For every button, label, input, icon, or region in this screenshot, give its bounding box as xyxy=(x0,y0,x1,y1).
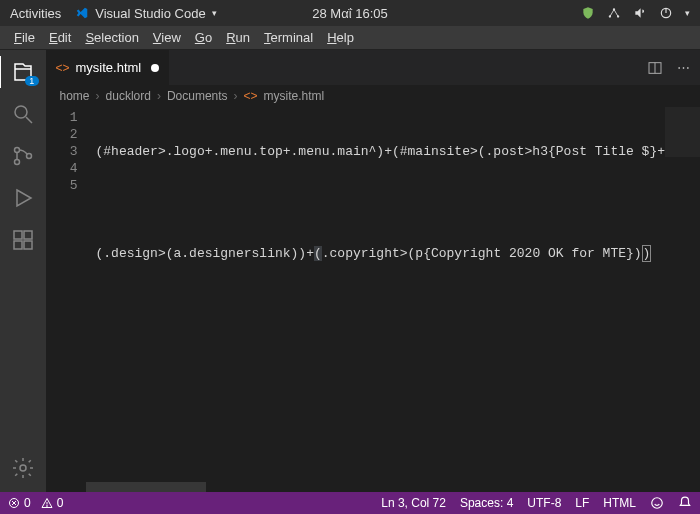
code-editor[interactable]: 1 2 3 4 5 (#header>.logo+.menu.top+.menu… xyxy=(46,107,701,492)
svg-rect-10 xyxy=(14,231,22,239)
chevron-down-icon: ▾ xyxy=(212,8,217,18)
shield-icon[interactable] xyxy=(581,6,595,20)
code-content[interactable]: (#header>.logo+.menu.top+.menu.main^)+(#… xyxy=(96,107,666,492)
power-icon[interactable] xyxy=(659,6,673,20)
menu-selection[interactable]: Selection xyxy=(79,28,144,47)
activities-button[interactable]: Activities xyxy=(10,6,61,21)
svg-point-22 xyxy=(652,498,663,509)
split-editor-icon[interactable] xyxy=(647,60,663,76)
chevron-right-icon: › xyxy=(157,89,161,103)
menu-terminal[interactable]: Terminal xyxy=(258,28,319,47)
svg-line-6 xyxy=(26,117,32,123)
editor-area: <> mysite.html ⋯ home › ducklord › Docum… xyxy=(46,50,701,492)
svg-point-21 xyxy=(46,506,47,507)
vscode-icon xyxy=(75,6,89,20)
menu-edit[interactable]: Edit xyxy=(43,28,77,47)
settings-gear-icon[interactable] xyxy=(11,456,35,480)
chevron-right-icon: › xyxy=(234,89,238,103)
more-actions-icon[interactable]: ⋯ xyxy=(677,60,690,76)
status-notifications-icon[interactable] xyxy=(678,496,692,510)
svg-point-8 xyxy=(14,160,19,165)
gnome-top-bar: Activities Visual Studio Code ▾ 28 Μαΐ 1… xyxy=(0,0,700,26)
horizontal-scrollbar[interactable] xyxy=(86,482,206,492)
app-name-label: Visual Studio Code xyxy=(95,6,205,21)
line-gutter: 1 2 3 4 5 xyxy=(46,107,96,492)
crumb[interactable]: mysite.html xyxy=(264,89,325,103)
clock[interactable]: 28 Μαΐ 16:05 xyxy=(312,6,387,21)
tab-label: mysite.html xyxy=(76,60,142,75)
volume-icon[interactable] xyxy=(633,6,647,20)
tab-bar: <> mysite.html ⋯ xyxy=(46,50,701,85)
error-icon xyxy=(8,497,20,509)
menu-run[interactable]: Run xyxy=(220,28,256,47)
status-errors[interactable]: 0 xyxy=(8,496,31,510)
svg-point-5 xyxy=(15,106,27,118)
explorer-icon[interactable]: 1 xyxy=(11,60,35,84)
network-icon[interactable] xyxy=(607,6,621,20)
source-control-icon[interactable] xyxy=(11,144,35,168)
status-indent[interactable]: Spaces: 4 xyxy=(460,496,513,510)
status-language[interactable]: HTML xyxy=(603,496,636,510)
dirty-indicator-icon xyxy=(151,64,159,72)
minimap[interactable] xyxy=(665,107,700,492)
html-file-icon: <> xyxy=(56,61,70,75)
chevron-right-icon: › xyxy=(96,89,100,103)
activity-bar: 1 xyxy=(0,50,46,492)
app-menu-bar: File Edit Selection View Go Run Terminal… xyxy=(0,26,700,50)
menu-go[interactable]: Go xyxy=(189,28,218,47)
status-warnings[interactable]: 0 xyxy=(41,496,64,510)
svg-rect-11 xyxy=(14,241,22,249)
chevron-down-icon[interactable]: ▾ xyxy=(685,8,690,18)
breadcrumbs[interactable]: home › ducklord › Documents › <> mysite.… xyxy=(46,85,701,107)
svg-point-7 xyxy=(14,148,19,153)
svg-rect-12 xyxy=(24,241,32,249)
crumb[interactable]: Documents xyxy=(167,89,228,103)
crumb[interactable]: home xyxy=(60,89,90,103)
html-file-icon: <> xyxy=(244,89,258,103)
status-eol[interactable]: LF xyxy=(575,496,589,510)
status-cursor-position[interactable]: Ln 3, Col 72 xyxy=(381,496,446,510)
menu-help[interactable]: Help xyxy=(321,28,360,47)
status-bar: 0 0 Ln 3, Col 72 Spaces: 4 UTF-8 LF HTML xyxy=(0,492,700,514)
search-icon[interactable] xyxy=(11,102,35,126)
status-feedback-icon[interactable] xyxy=(650,496,664,510)
app-menu[interactable]: Visual Studio Code ▾ xyxy=(75,6,216,21)
crumb[interactable]: ducklord xyxy=(106,89,151,103)
run-debug-icon[interactable] xyxy=(11,186,35,210)
tab-mysite[interactable]: <> mysite.html xyxy=(46,50,171,85)
svg-point-14 xyxy=(20,465,26,471)
main-area: 1 <> mysite.html xyxy=(0,50,700,492)
menu-view[interactable]: View xyxy=(147,28,187,47)
explorer-badge: 1 xyxy=(25,76,39,86)
svg-point-9 xyxy=(26,154,31,159)
status-encoding[interactable]: UTF-8 xyxy=(527,496,561,510)
menu-file[interactable]: File xyxy=(8,28,41,47)
minimap-viewport[interactable] xyxy=(665,107,700,157)
extensions-icon[interactable] xyxy=(11,228,35,252)
svg-rect-13 xyxy=(24,231,32,239)
warning-icon xyxy=(41,497,53,509)
